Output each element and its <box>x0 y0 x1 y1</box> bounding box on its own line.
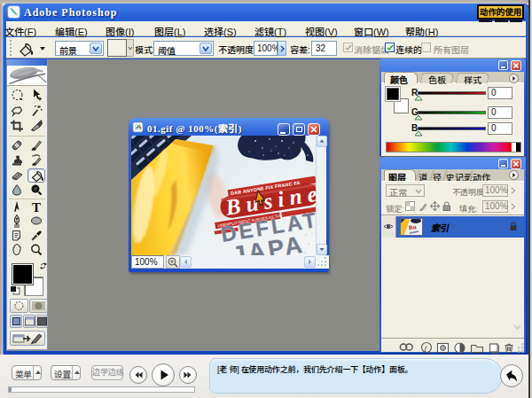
svg-text:Bu: Bu <box>408 223 417 231</box>
svg-text:T: T <box>32 200 41 215</box>
svg-text:f: f <box>425 344 428 353</box>
